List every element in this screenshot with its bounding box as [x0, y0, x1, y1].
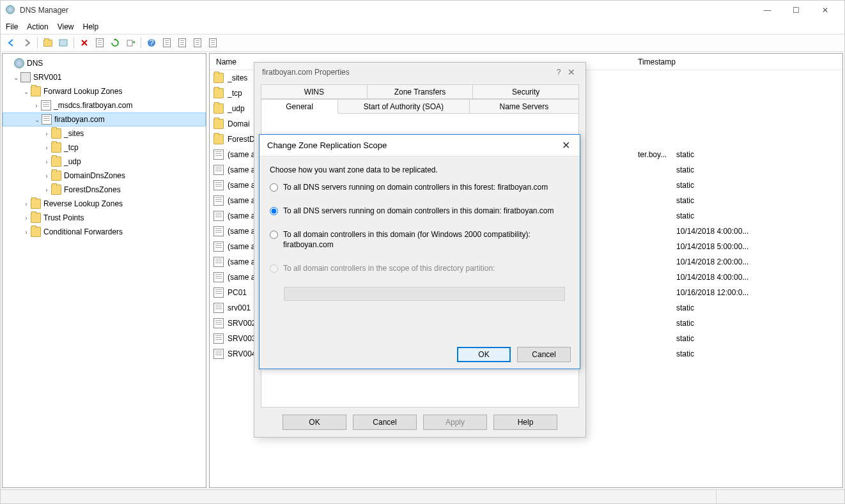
record-timestamp: static: [676, 211, 694, 220]
radio-win2000[interactable]: [270, 231, 278, 239]
back-button[interactable]: [4, 36, 19, 50]
dialog-title-bar[interactable]: firatboyan.com Properties ? ✕: [254, 63, 585, 82]
maximize-button[interactable]: ☐: [782, 1, 810, 19]
expand-icon[interactable]: ›: [32, 102, 41, 109]
tree-server[interactable]: ⌄SRV001: [3, 70, 206, 84]
expand-icon[interactable]: ›: [42, 144, 51, 151]
tab-strip: WINS Zone Transfers Security General Sta…: [254, 82, 585, 114]
tree-sites[interactable]: ›_sites: [3, 126, 206, 141]
tree-zone-firatboyan[interactable]: ⌄firatboyan.com: [3, 112, 206, 126]
tree-pane[interactable]: DNS ⌄SRV001 ⌄Forward Lookup Zones ›_msdc…: [2, 53, 206, 488]
record-timestamp: static: [676, 334, 694, 343]
radio-option-win2000[interactable]: To all domain controllers in this domain…: [270, 229, 570, 251]
title-bar[interactable]: DNS Manager — ☐ ✕: [1, 1, 844, 20]
folder-icon: [31, 227, 41, 237]
tab-soa[interactable]: Start of Authority (SOA): [338, 99, 469, 114]
folder-icon: [51, 185, 61, 195]
help-icon[interactable]: ?: [552, 68, 565, 77]
record-icon: [213, 349, 224, 359]
ok-button[interactable]: OK: [283, 415, 346, 430]
menu-action[interactable]: Action: [27, 22, 48, 31]
close-button[interactable]: ✕: [810, 1, 839, 19]
tree-udp[interactable]: ›_udp: [3, 155, 206, 169]
radio-forest[interactable]: [270, 183, 278, 192]
toolbar-separator: [141, 37, 141, 49]
menu-file[interactable]: File: [6, 22, 18, 31]
refresh-icon[interactable]: [108, 36, 122, 50]
help-button[interactable]: Help: [493, 415, 557, 430]
properties-icon[interactable]: [93, 36, 107, 50]
apply-button[interactable]: Apply: [423, 415, 487, 430]
expand-icon[interactable]: ›: [22, 201, 31, 208]
record-icon: [213, 226, 224, 236]
folder-icon: [213, 119, 224, 129]
tree-root-dns[interactable]: DNS: [3, 56, 206, 70]
collapse-icon[interactable]: ⌄: [22, 88, 31, 95]
collapse-icon[interactable]: ⌄: [33, 116, 42, 123]
collapse-icon[interactable]: ⌄: [12, 74, 20, 81]
tree-rlz[interactable]: ›Reverse Lookup Zones: [3, 197, 206, 211]
tree-tp[interactable]: ›Trust Points: [3, 211, 206, 225]
close-icon[interactable]: ✕: [559, 139, 572, 151]
help-icon[interactable]: ?: [144, 36, 159, 50]
cancel-button[interactable]: Cancel: [353, 415, 417, 430]
record-icon: [213, 272, 224, 282]
record-icon: [213, 211, 224, 221]
column-timestamp[interactable]: Timestamp: [638, 57, 842, 66]
tab-wins[interactable]: WINS: [261, 84, 368, 99]
radio-domain[interactable]: [270, 207, 278, 215]
delete-icon[interactable]: [77, 36, 91, 50]
record-timestamp: 10/16/2018 12:00:0...: [676, 288, 748, 297]
detail-icon[interactable]: [206, 36, 220, 50]
radio-option-domain[interactable]: To all DNS servers running on domain con…: [270, 206, 570, 217]
partition-select: [284, 287, 565, 301]
svg-rect-1: [127, 40, 132, 46]
dialog-prompt: Choose how you want zone data to be repl…: [270, 165, 570, 174]
minimize-button[interactable]: —: [753, 1, 782, 19]
record-timestamp: static: [676, 181, 694, 190]
tab-zone-transfers[interactable]: Zone Transfers: [368, 84, 474, 99]
ok-button[interactable]: OK: [457, 347, 511, 362]
expand-icon[interactable]: ›: [22, 215, 31, 222]
zone-icon: [41, 100, 51, 111]
replication-scope-dialog[interactable]: Change Zone Replication Scope ✕ Choose h…: [259, 134, 580, 369]
window-title: DNS Manager: [20, 6, 753, 15]
record-timestamp: static: [676, 349, 694, 358]
tree-msdcs[interactable]: ›_msdcs.firatboyan.com: [3, 98, 206, 112]
record-icon: [213, 318, 224, 328]
tab-general[interactable]: General: [261, 99, 338, 114]
menu-help[interactable]: Help: [83, 22, 99, 31]
close-icon[interactable]: ✕: [565, 67, 578, 77]
cancel-button[interactable]: Cancel: [517, 347, 571, 362]
dialog-title-bar[interactable]: Change Zone Replication Scope ✕: [260, 135, 580, 157]
expand-icon[interactable]: ›: [42, 187, 51, 194]
toolbar-separator: [37, 37, 38, 49]
tab-name-servers[interactable]: Name Servers: [470, 99, 579, 114]
toolbar: ?: [1, 34, 844, 52]
folder-icon: [31, 86, 41, 96]
show-hide-tree-icon[interactable]: [56, 36, 70, 50]
list-icon[interactable]: [190, 36, 205, 50]
expand-icon[interactable]: ›: [42, 172, 51, 179]
folder-icon: [51, 128, 61, 139]
up-folder-icon[interactable]: [41, 36, 55, 50]
column-name[interactable]: Name: [210, 57, 254, 66]
forward-button[interactable]: [20, 36, 34, 50]
tab-security[interactable]: Security: [473, 84, 579, 99]
tree-fdz[interactable]: ›ForestDnsZones: [3, 183, 206, 197]
record-timestamp: 10/14/2018 4:00:00...: [676, 227, 748, 236]
export-icon[interactable]: [123, 36, 137, 50]
menu-view[interactable]: View: [58, 22, 74, 31]
filter-icon[interactable]: [175, 36, 189, 50]
expand-icon[interactable]: ›: [42, 158, 51, 165]
tree-ddz[interactable]: ›DomainDnsZones: [3, 169, 206, 183]
expand-icon[interactable]: ›: [22, 229, 31, 236]
record-icon: [213, 333, 224, 344]
tree-flz[interactable]: ⌄Forward Lookup Zones: [3, 84, 206, 98]
record-icon: [213, 287, 224, 298]
new-zone-icon[interactable]: [160, 36, 174, 50]
tree-tcp[interactable]: ›_tcp: [3, 141, 206, 155]
expand-icon[interactable]: ›: [42, 130, 51, 137]
tree-cf[interactable]: ›Conditional Forwarders: [3, 225, 206, 239]
radio-option-forest[interactable]: To all DNS servers running on domain con…: [270, 182, 570, 193]
